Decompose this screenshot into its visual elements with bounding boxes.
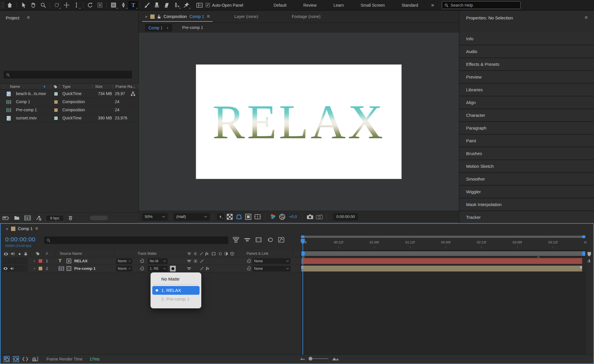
project-item-row[interactable]: beach-b...ts.movQuickTime734 MB29,97 <box>0 90 139 98</box>
label-color-swatch[interactable] <box>54 108 58 112</box>
panel-toggle-icon[interactable] <box>196 2 203 8</box>
new-folder-icon[interactable] <box>13 215 20 221</box>
transparency-grid-icon[interactable] <box>226 213 233 220</box>
track-matte-select[interactable]: No M <box>148 258 168 264</box>
zoom-in-icon[interactable] <box>332 356 340 361</box>
column-type[interactable]: Type <box>62 84 70 89</box>
project-item-name[interactable]: sunset.mov <box>16 116 52 120</box>
solo-toggle[interactable] <box>15 258 21 264</box>
exposure-icon[interactable] <box>279 213 286 220</box>
quality-switch-icon[interactable] <box>199 252 204 256</box>
frame-blend-switch-icon[interactable] <box>211 252 216 256</box>
take-snapshot-icon[interactable] <box>307 213 314 220</box>
enable-frame-blending-icon[interactable] <box>3 356 10 362</box>
lock-toggle[interactable] <box>21 265 28 272</box>
layer-row-relax[interactable]: › 1 T RELAX Norm No M None <box>1 257 301 265</box>
home-tool[interactable] <box>5 1 15 10</box>
zoom-handle-left[interactable] <box>301 235 305 238</box>
workspace-tab-small-screen[interactable]: Small Screen <box>352 3 393 8</box>
zoom-out-icon[interactable] <box>300 357 306 360</box>
parent-select[interactable]: None <box>252 258 291 264</box>
breadcrumb-back-icon[interactable]: ‹ <box>167 25 169 31</box>
timeline-zoom-scrollbar[interactable] <box>301 235 586 238</box>
expand-layer-icon[interactable]: › <box>34 259 35 263</box>
shy-toggle-icon[interactable] <box>187 259 191 263</box>
parent-pickwhip-icon[interactable] <box>246 259 251 263</box>
shy-toggle-icon[interactable] <box>187 266 191 271</box>
timeline-tab-comp1[interactable]: × Comp 1 ≡ <box>3 225 40 232</box>
magnification-select[interactable]: 50% <box>142 213 168 221</box>
sort-ascending-icon[interactable]: ▲ <box>43 84 46 88</box>
pan-camera-tool[interactable] <box>61 1 71 10</box>
help-search-box[interactable] <box>442 1 521 9</box>
region-of-interest-icon[interactable] <box>245 213 252 220</box>
workspace-tab-learn[interactable]: Learn <box>325 3 352 8</box>
panel-tab-character[interactable]: Character <box>459 109 594 121</box>
comp-marker-bin-icon[interactable] <box>587 252 592 257</box>
grid-guides-icon[interactable] <box>254 213 261 220</box>
panel-tab-libraries[interactable]: Libraries <box>459 84 594 96</box>
work-area-start-handle[interactable] <box>301 251 305 256</box>
color-depth-button[interactable]: 8 bpc <box>46 215 64 221</box>
dolly-camera-tool[interactable] <box>71 1 81 10</box>
column-source-name[interactable]: Source Name <box>60 252 82 256</box>
panel-tab-preview[interactable]: Preview <box>459 71 594 83</box>
hand-tool[interactable] <box>28 1 38 10</box>
timeline-menu-icon[interactable]: ≡ <box>35 226 38 232</box>
breadcrumb-parent-comp[interactable]: Pre-comp 1 <box>182 25 203 30</box>
close-icon[interactable]: × <box>6 226 8 231</box>
panel-tab-align[interactable]: Align <box>459 97 594 108</box>
live-update-icon[interactable] <box>587 258 592 263</box>
quality-toggle-icon[interactable] <box>200 259 204 263</box>
layer-name[interactable]: RELAX <box>74 259 88 263</box>
auto-open-panel-toggle[interactable]: ✓ Auto-Open Panel <box>206 3 243 8</box>
panel-tab-effects-presets[interactable]: Effects & Presets <box>459 58 594 70</box>
panel-tab-info[interactable]: Info <box>459 33 594 45</box>
column-size[interactable]: Size <box>95 84 102 89</box>
project-table-header[interactable]: Name ▲ Type Size Frame Ra... <box>0 83 139 90</box>
parent-select[interactable]: None <box>252 266 291 272</box>
horizontal-scrollbar[interactable] <box>90 216 108 220</box>
timeline-search-box[interactable] <box>44 236 228 244</box>
project-item-name[interactable]: Pre-comp 1 <box>16 108 52 112</box>
panel-tab-audio[interactable]: Audio <box>459 46 594 57</box>
composition-canvas[interactable]: RELAX <box>196 65 401 179</box>
layer-label-swatch[interactable] <box>38 259 43 263</box>
blend-mode-select[interactable]: Norm <box>116 266 132 272</box>
mask-visibility-icon[interactable] <box>236 213 242 220</box>
alpha-matte-toggle[interactable] <box>170 266 176 272</box>
column-track-matte[interactable]: Track Matte <box>137 252 157 256</box>
video-toggle[interactable] <box>2 258 8 264</box>
layer-name[interactable]: Pre-comp 1 <box>74 266 96 271</box>
shy-switch-icon[interactable] <box>187 252 192 256</box>
label-color-swatch[interactable] <box>54 116 58 120</box>
column-name[interactable]: Name <box>10 84 20 89</box>
project-search-input[interactable] <box>12 72 122 77</box>
roto-brush-tool[interactable] <box>171 1 181 10</box>
orbit-tool[interactable] <box>52 1 61 10</box>
quality-toggle-icon[interactable] <box>200 266 204 271</box>
panel-tab-motion-sketch[interactable]: Motion Sketch <box>459 160 594 172</box>
preview-time-field[interactable]: 0:00:00:00 <box>333 213 358 221</box>
column-frame-rate[interactable]: Frame Ra... <box>115 84 135 89</box>
zoom-slider[interactable] <box>309 358 328 359</box>
solo-toggle[interactable] <box>15 265 21 272</box>
label-color-swatch[interactable] <box>54 92 58 96</box>
brush-tool[interactable] <box>142 1 152 10</box>
pen-tool[interactable] <box>118 1 128 10</box>
project-item-name[interactable]: Comp 1 <box>16 99 52 104</box>
tab-layer[interactable]: Layer (none) <box>234 14 258 19</box>
lock-column-icon[interactable] <box>23 252 28 256</box>
panel-tab-tracker[interactable]: Tracker <box>459 211 594 223</box>
label-color-swatch[interactable] <box>54 100 58 104</box>
zoom-tool[interactable] <box>38 1 48 10</box>
collapse-switch-icon[interactable] <box>193 252 198 256</box>
pan-behind-tool[interactable] <box>95 1 105 10</box>
show-snapshot-icon[interactable] <box>316 213 323 220</box>
panel-tab-smoother[interactable]: Smoother <box>459 173 594 185</box>
matte-pickwhip-icon[interactable] <box>139 266 144 271</box>
type-tool[interactable]: T <box>128 1 138 10</box>
properties-menu-icon[interactable]: ≡ <box>585 15 588 21</box>
shy-master-icon[interactable] <box>244 236 251 243</box>
panel-tab-wiggler[interactable]: Wiggler <box>459 186 594 198</box>
